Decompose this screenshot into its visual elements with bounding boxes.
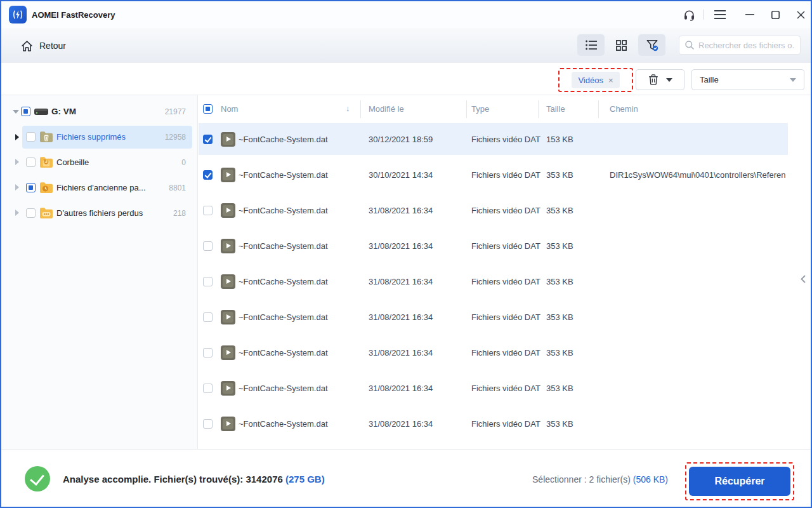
minimize-button[interactable] — [740, 4, 760, 25]
expand-arrow-icon[interactable] — [15, 159, 19, 165]
delete-filter-dropdown[interactable] — [636, 69, 684, 90]
back-button[interactable]: Retour — [20, 37, 66, 55]
expand-arrow-icon[interactable] — [15, 184, 19, 190]
app-logo-icon — [9, 6, 27, 23]
title-bar[interactable]: AOMEI FastRecovery — [1, 1, 811, 28]
file-modified: 31/08/2021 16:34 — [369, 206, 433, 215]
videos-tag-annotation: Vidéos × — [558, 68, 633, 92]
scan-complete-check-icon — [25, 466, 50, 491]
filter-button[interactable] — [638, 34, 665, 56]
file-modified: 31/08/2021 16:34 — [369, 277, 433, 286]
select-all-checkbox[interactable] — [203, 104, 213, 114]
sort-descending-icon[interactable]: ↓ — [346, 104, 350, 113]
maximize-button[interactable] — [765, 4, 785, 25]
column-separator — [466, 100, 467, 118]
video-file-icon — [221, 417, 235, 431]
expand-arrow-icon[interactable] — [15, 210, 19, 216]
table-row[interactable]: ~FontCache-System.dat 30/10/2021 14:34 F… — [199, 159, 788, 190]
deleted-files-count: 12958 — [165, 133, 186, 142]
content-area: G: VM 21977 Fichiers supprimés 12958 — [1, 95, 811, 449]
column-header-name[interactable]: Nom — [221, 104, 238, 114]
tree-node-old-partition[interactable]: Fichiers d'ancienne pa... 8801 — [1, 175, 197, 201]
home-icon — [20, 39, 34, 53]
file-name: ~FontCache-System.dat — [239, 348, 328, 358]
size-filter-dropdown[interactable]: Taille — [691, 69, 804, 90]
file-size: 153 KB — [546, 135, 573, 144]
column-header-path[interactable]: Chemin — [610, 104, 638, 114]
row-checkbox[interactable] — [203, 170, 213, 180]
video-file-icon — [221, 310, 235, 324]
list-view-button[interactable] — [577, 34, 605, 56]
column-header-modified[interactable]: Modifié le — [369, 104, 404, 114]
row-checkbox[interactable] — [203, 206, 213, 215]
file-size: 353 KB — [546, 384, 573, 393]
trash-icon — [648, 74, 658, 85]
row-checkbox[interactable] — [203, 135, 213, 144]
row-checkbox[interactable] — [203, 312, 213, 322]
file-name: ~FontCache-System.dat — [239, 135, 328, 144]
file-type: Fichiers vidéo DAT — [471, 135, 540, 144]
videos-filter-tag[interactable]: Vidéos × — [572, 72, 619, 88]
old-partition-checkbox[interactable] — [26, 183, 36, 192]
other-lost-files-label: D'autres fichiers perdus — [56, 208, 143, 218]
list-view-icon — [586, 40, 597, 50]
tree-node-deleted-files[interactable]: Fichiers supprimés 12958 — [1, 124, 197, 150]
deleted-files-checkbox[interactable] — [26, 132, 36, 142]
file-type: Fichiers vidéo DAT — [471, 170, 540, 180]
drive-checkbox[interactable] — [21, 107, 30, 116]
table-row[interactable]: ~FontCache-System.dat 31/08/2021 16:34 F… — [199, 337, 788, 368]
file-modified: 31/08/2021 16:34 — [369, 348, 433, 358]
remove-tag-icon[interactable]: × — [608, 76, 613, 85]
recycle-bin-folder-icon: ↻ — [39, 156, 53, 168]
status-bar: Analyse accomplie. Fichier(s) trouvé(s):… — [1, 449, 811, 507]
drive-label: G: VM — [51, 107, 76, 116]
expand-arrow-icon[interactable] — [13, 110, 19, 114]
other-lost-files-checkbox[interactable] — [26, 208, 36, 218]
row-checkbox[interactable] — [203, 277, 213, 286]
column-header-size[interactable]: Taille — [546, 104, 565, 114]
tree-node-drive[interactable]: G: VM 21977 — [1, 99, 197, 124]
table-row[interactable]: ~FontCache-System.dat 31/08/2021 16:34 F… — [199, 194, 788, 226]
old-partition-folder-icon — [39, 182, 53, 194]
recover-button[interactable]: Récupérer — [689, 467, 790, 496]
support-headset-icon[interactable] — [679, 4, 699, 25]
tree-node-recycle-bin[interactable]: ↻ Corbeille 0 — [1, 150, 197, 175]
tree-node-other-lost-files[interactable]: D'autres fichiers perdus 218 — [1, 201, 197, 226]
file-modified: 31/08/2021 16:34 — [369, 384, 433, 393]
expand-arrow-icon[interactable] — [15, 134, 19, 140]
file-name: ~FontCache-System.dat — [239, 384, 328, 393]
table-header: Nom ↓ Modifié le Type Taille Chemin — [199, 95, 811, 123]
table-row[interactable]: ~FontCache-System.dat 31/08/2021 16:34 F… — [199, 408, 788, 439]
column-header-type[interactable]: Type — [471, 104, 489, 114]
video-file-icon — [221, 168, 235, 182]
scan-status-text: Analyse accomplie. Fichier(s) trouvé(s):… — [63, 474, 325, 485]
filter-funnel-icon — [646, 39, 658, 51]
row-checkbox[interactable] — [203, 241, 213, 251]
table-row[interactable]: ~FontCache-System.dat 31/08/2021 16:34 F… — [199, 372, 788, 404]
video-file-icon — [221, 239, 235, 253]
table-row[interactable]: ~FontCache-System.dat 31/08/2021 16:34 F… — [199, 265, 788, 297]
menu-icon[interactable] — [710, 4, 730, 25]
file-size: 353 KB — [546, 170, 573, 180]
file-name: ~FontCache-System.dat — [239, 277, 328, 286]
search-input[interactable] — [698, 41, 795, 50]
close-button[interactable] — [790, 4, 811, 25]
drive-count: 21977 — [165, 107, 186, 116]
recycle-bin-checkbox[interactable] — [26, 157, 36, 167]
table-row[interactable]: ~FontCache-System.dat 30/12/2021 18:59 F… — [199, 123, 788, 155]
search-box[interactable] — [679, 36, 801, 55]
video-file-icon — [221, 345, 235, 360]
collapse-panel-chevron[interactable] — [799, 272, 808, 286]
row-checkbox[interactable] — [203, 384, 213, 393]
drive-icon — [34, 108, 48, 120]
table-row[interactable]: ~FontCache-System.dat 31/08/2021 16:34 F… — [199, 301, 788, 333]
row-checkbox[interactable] — [203, 348, 213, 358]
grid-view-button[interactable] — [608, 34, 635, 56]
file-type: Fichiers vidéo DAT — [471, 241, 540, 251]
file-modified: 31/08/2021 16:34 — [369, 419, 433, 429]
other-lost-files-folder-icon — [39, 207, 53, 219]
sidebar-tree: G: VM 21977 Fichiers supprimés 12958 — [1, 95, 198, 449]
row-checkbox[interactable] — [203, 419, 213, 429]
table-row[interactable]: ~FontCache-System.dat 31/08/2021 16:34 F… — [199, 230, 788, 262]
column-separator — [538, 100, 539, 118]
